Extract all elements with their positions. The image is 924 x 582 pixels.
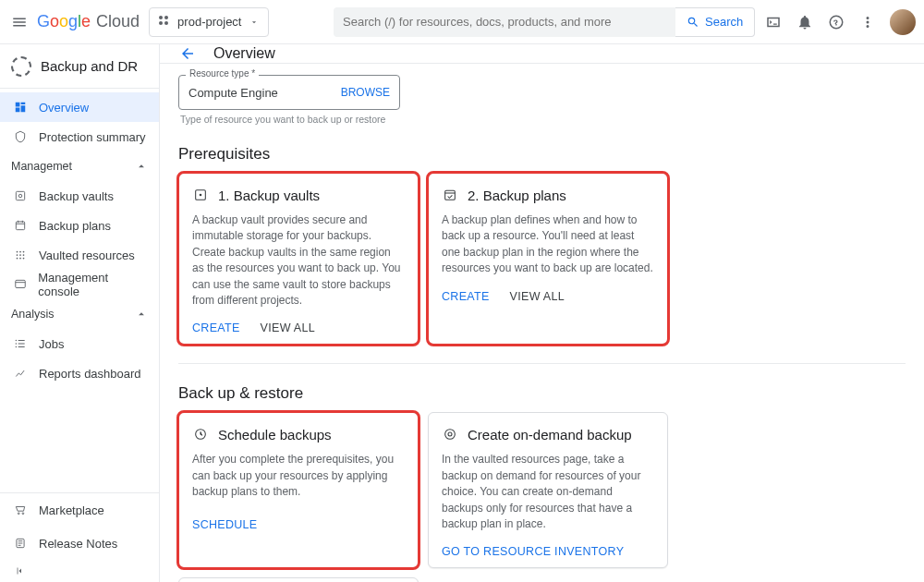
sidebar-item-jobs[interactable]: Jobs bbox=[0, 329, 159, 358]
project-name: prod-project bbox=[177, 15, 241, 29]
card-backup-plans: 2. Backup plans A backup plan defines wh… bbox=[428, 173, 668, 345]
search-input[interactable] bbox=[343, 15, 666, 29]
view-all-button[interactable]: VIEW ALL bbox=[510, 290, 565, 303]
svg-point-3 bbox=[17, 251, 18, 253]
svg-point-7 bbox=[19, 254, 21, 256]
help-icon[interactable] bbox=[827, 13, 845, 31]
back-button[interactable] bbox=[178, 44, 197, 63]
svg-point-10 bbox=[19, 258, 21, 260]
section-prerequisites: Prerequisites bbox=[178, 145, 906, 164]
svg-rect-19 bbox=[445, 190, 456, 200]
sidebar-item-reports-dashboard[interactable]: Reports dashboard bbox=[0, 358, 159, 388]
sidebar-item-label: Management console bbox=[38, 271, 148, 298]
vault-icon bbox=[13, 188, 28, 203]
svg-rect-0 bbox=[16, 191, 24, 200]
shield-icon bbox=[13, 129, 28, 144]
chevron-up-icon bbox=[135, 308, 148, 321]
search-button[interactable]: Search bbox=[675, 7, 755, 37]
card-ondemand-backup: Create on-demand backup In the vaulted r… bbox=[428, 412, 668, 568]
sidebar-item-label: Backup vaults bbox=[39, 189, 114, 203]
schedule-card-icon bbox=[192, 426, 209, 443]
main-header: Overview bbox=[160, 44, 924, 64]
sidebar-item-backup-vaults[interactable]: Backup vaults bbox=[0, 181, 159, 211]
svg-point-21 bbox=[445, 430, 456, 440]
resource-type-field: Resource type * Compute Engine BROWSE Ty… bbox=[178, 75, 400, 125]
sidebar-item-protection-summary[interactable]: Protection summary bbox=[0, 122, 159, 152]
card-title: Create on-demand backup bbox=[468, 427, 632, 443]
svg-point-22 bbox=[448, 432, 452, 436]
search-icon bbox=[687, 16, 699, 29]
sidebar-product-header[interactable]: Backup and DR bbox=[0, 44, 159, 89]
card-body: A backup vault provides secure and immut… bbox=[192, 212, 405, 309]
svg-point-15 bbox=[16, 346, 17, 347]
card-title: Schedule backups bbox=[218, 427, 332, 443]
sidebar-item-label: Marketplace bbox=[39, 503, 104, 517]
caret-down-icon bbox=[249, 18, 259, 27]
sidebar-item-vaulted-resources[interactable]: Vaulted resources bbox=[0, 240, 159, 270]
card-body: In the vaulted resources page, take a ba… bbox=[442, 452, 654, 532]
sidebar-item-release-notes[interactable]: Release Notes bbox=[0, 527, 159, 560]
sidebar-item-label: Backup plans bbox=[39, 219, 111, 233]
create-button[interactable]: CREATE bbox=[442, 290, 490, 303]
sidebar-item-label: Reports dashboard bbox=[39, 367, 141, 381]
sidebar: Backup and DR Overview Protection summar… bbox=[0, 44, 160, 582]
resource-type-help: Type of resource you want to back up or … bbox=[180, 114, 400, 125]
svg-point-11 bbox=[23, 258, 25, 260]
card-title: 2. Backup plans bbox=[468, 188, 566, 203]
schedule-button[interactable]: SCHEDULE bbox=[192, 518, 257, 531]
main: Overview Resource type * Compute Engine … bbox=[160, 44, 924, 582]
vault-card-icon bbox=[192, 187, 209, 203]
search-input-wrapper[interactable] bbox=[334, 7, 675, 37]
svg-point-5 bbox=[23, 251, 25, 253]
svg-point-8 bbox=[23, 254, 25, 256]
calendar-icon bbox=[13, 218, 28, 233]
resource-type-label: Resource type * bbox=[186, 68, 259, 79]
menu-icon[interactable] bbox=[11, 11, 28, 33]
list-icon bbox=[13, 336, 28, 351]
svg-point-6 bbox=[17, 254, 18, 256]
resource-type-box[interactable]: Compute Engine BROWSE bbox=[178, 75, 400, 110]
sidebar-collapse[interactable] bbox=[0, 560, 159, 582]
browse-button[interactable]: BROWSE bbox=[341, 86, 390, 99]
cloud-shell-icon[interactable] bbox=[764, 13, 783, 31]
create-button[interactable]: CREATE bbox=[192, 321, 240, 334]
sidebar-item-backup-plans[interactable]: Backup plans bbox=[0, 211, 159, 240]
backup-dr-icon bbox=[11, 56, 31, 77]
svg-point-14 bbox=[16, 343, 17, 344]
sidebar-item-label: Jobs bbox=[39, 337, 64, 351]
topbar: Google Cloud prod-project Search bbox=[0, 0, 924, 44]
go-to-resource-inventory-button[interactable]: GO TO RESOURCE INVENTORY bbox=[442, 545, 624, 558]
card-restore-compute: Restore Compute Engine A Compute Engine … bbox=[178, 577, 419, 582]
notifications-icon[interactable] bbox=[796, 13, 814, 31]
sidebar-group-management[interactable]: Managemet bbox=[0, 152, 159, 181]
svg-point-13 bbox=[16, 340, 17, 341]
avatar[interactable] bbox=[890, 9, 916, 35]
card-title: 1. Backup vaults bbox=[218, 188, 320, 203]
console-icon bbox=[13, 277, 27, 292]
logo[interactable]: Google Cloud bbox=[37, 12, 140, 31]
sidebar-group-analysis[interactable]: Analysis bbox=[0, 299, 159, 329]
view-all-button[interactable]: VIEW ALL bbox=[261, 321, 315, 334]
sidebar-footer: Marketplace Release Notes bbox=[0, 492, 159, 582]
cards-backup-restore: Schedule backups After you complete the … bbox=[178, 412, 906, 582]
chevron-up-icon bbox=[135, 160, 148, 173]
ondemand-card-icon bbox=[442, 426, 458, 443]
project-icon bbox=[159, 16, 172, 29]
sidebar-item-label: Protection summary bbox=[39, 130, 146, 144]
sidebar-item-marketplace[interactable]: Marketplace bbox=[0, 493, 159, 527]
sidebar-item-overview[interactable]: Overview bbox=[0, 92, 159, 122]
project-picker[interactable]: prod-project bbox=[149, 7, 269, 37]
sidebar-item-management-console[interactable]: Management console bbox=[0, 270, 159, 299]
card-schedule-backups: Schedule backups After you complete the … bbox=[178, 412, 419, 568]
resource-type-value: Compute Engine bbox=[188, 86, 278, 100]
svg-point-4 bbox=[19, 251, 21, 253]
grid-icon bbox=[13, 248, 28, 262]
section-backup-restore: Back up & restore bbox=[178, 384, 906, 403]
sidebar-item-label: Vaulted resources bbox=[39, 249, 135, 262]
card-backup-vaults: 1. Backup vaults A backup vault provides… bbox=[178, 173, 419, 345]
search-area: Search bbox=[334, 7, 755, 37]
divider bbox=[178, 363, 906, 364]
more-icon[interactable] bbox=[858, 13, 877, 31]
sidebar-item-label: Release Notes bbox=[39, 537, 117, 551]
product-title: Backup and DR bbox=[41, 58, 138, 74]
